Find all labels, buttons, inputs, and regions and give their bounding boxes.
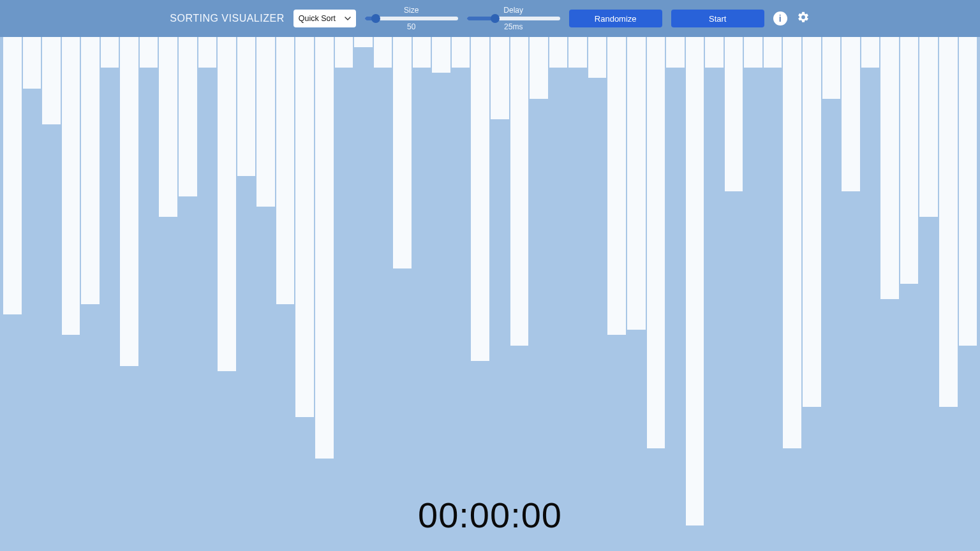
algorithm-select[interactable]: Quick Sort	[293, 10, 356, 27]
app-title: SORTING VISUALIZER	[170, 13, 284, 24]
size-slider-group: Size 50	[365, 6, 458, 32]
bar	[159, 37, 177, 217]
bar	[900, 37, 919, 284]
bar	[568, 37, 587, 68]
bar	[627, 37, 646, 330]
header: SORTING VISUALIZER Quick Sort Size 50 De…	[0, 0, 980, 37]
bar	[335, 37, 353, 68]
bar	[764, 37, 782, 68]
bar	[198, 37, 217, 68]
bar	[939, 37, 958, 407]
bar	[842, 37, 860, 191]
randomize-button[interactable]: Randomize	[569, 10, 662, 27]
bar	[256, 37, 275, 207]
delay-slider-label: Delay	[503, 6, 523, 15]
bar	[140, 37, 158, 68]
bar	[803, 37, 821, 407]
app-root: SORTING VISUALIZER Quick Sort Size 50 De…	[0, 0, 980, 551]
bar	[880, 37, 899, 299]
bar	[783, 37, 801, 448]
bar	[510, 37, 529, 346]
bar	[491, 37, 509, 119]
bar	[413, 37, 431, 68]
bar	[588, 37, 607, 78]
bar	[23, 37, 41, 89]
settings-button[interactable]	[796, 11, 810, 26]
bar	[549, 37, 568, 68]
bar	[822, 37, 841, 99]
bar	[861, 37, 880, 68]
chevron-down-icon	[345, 15, 351, 22]
size-slider-value: 50	[407, 22, 415, 31]
bar	[295, 37, 314, 417]
bar	[120, 37, 138, 366]
bar	[725, 37, 743, 191]
delay-slider-thumb[interactable]	[491, 14, 500, 23]
delay-slider-group: Delay 25ms	[467, 6, 560, 32]
bar	[81, 37, 100, 304]
info-icon: i	[773, 11, 787, 26]
bar	[237, 37, 256, 176]
bar	[62, 37, 80, 335]
bar	[452, 37, 470, 68]
algorithm-selected-label: Quick Sort	[299, 14, 336, 23]
delay-slider[interactable]	[467, 17, 560, 20]
bar	[179, 37, 197, 196]
info-button[interactable]: i	[773, 11, 787, 26]
bar	[686, 37, 704, 525]
bar	[101, 37, 119, 68]
bar	[744, 37, 762, 68]
bar	[647, 37, 665, 448]
bar	[315, 37, 334, 459]
bar	[530, 37, 548, 99]
start-button[interactable]: Start	[671, 10, 764, 27]
size-slider-thumb[interactable]	[371, 14, 380, 23]
bar	[374, 37, 392, 68]
bar	[393, 37, 412, 268]
bar	[3, 37, 22, 314]
size-slider[interactable]	[365, 17, 458, 20]
bar	[432, 37, 450, 73]
delay-slider-value: 25ms	[504, 22, 523, 31]
bar	[959, 37, 977, 346]
gear-icon	[797, 11, 810, 26]
bar	[471, 37, 489, 361]
bar	[607, 37, 626, 335]
bar	[218, 37, 236, 371]
chart-area: 00:00:00	[0, 37, 980, 551]
bar	[354, 37, 373, 47]
bar	[666, 37, 685, 68]
size-slider-label: Size	[404, 6, 419, 15]
bar	[42, 37, 61, 124]
bar	[919, 37, 938, 217]
bar	[705, 37, 724, 68]
bars-container	[0, 37, 980, 551]
bar	[276, 37, 295, 304]
